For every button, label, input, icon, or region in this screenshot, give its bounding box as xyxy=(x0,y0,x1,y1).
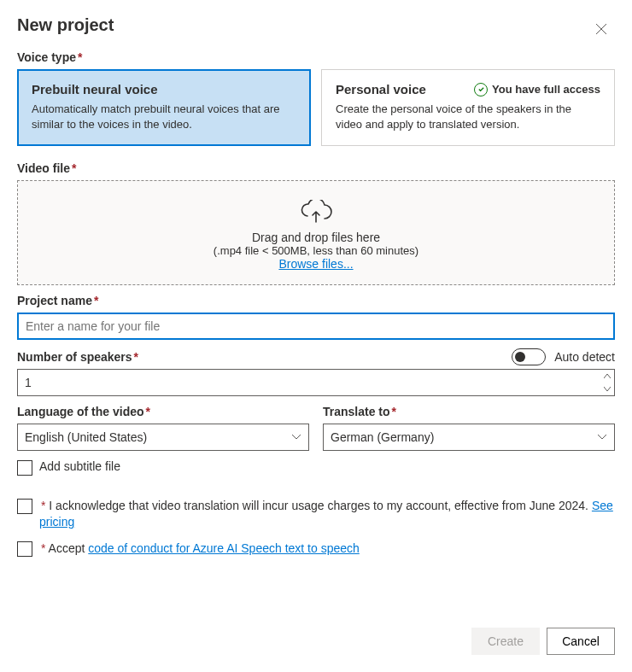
spinner-up[interactable] xyxy=(600,370,614,383)
video-dropzone[interactable]: Drag and drop files here (.mp4 file < 50… xyxy=(17,180,615,285)
required-asterisk: * xyxy=(72,161,76,175)
cancel-button[interactable]: Cancel xyxy=(547,628,615,655)
target-language-value: German (Germany) xyxy=(331,430,434,444)
create-button[interactable]: Create xyxy=(471,628,540,655)
chevron-down-icon xyxy=(604,387,611,391)
voice-option-prebuilt-desc: Automatically match prebuilt neural voic… xyxy=(32,102,296,131)
subtitle-checkbox-row: Add subtitle file xyxy=(17,459,615,476)
upload-cloud-icon xyxy=(26,200,606,225)
ack-charges-checkbox[interactable] xyxy=(17,499,32,514)
check-circle-icon xyxy=(474,83,488,96)
dropzone-hint: Drag and drop files here xyxy=(26,231,606,244)
project-name-input[interactable] xyxy=(17,313,615,340)
speakers-spinner[interactable]: 1 xyxy=(17,369,615,396)
required-asterisk: * xyxy=(146,405,150,418)
dialog-title: New project xyxy=(17,15,114,35)
dropzone-sub: (.mp4 file < 500MB, less than 60 minutes… xyxy=(26,244,606,257)
voice-option-personal-desc: Create the personal voice of the speaker… xyxy=(336,102,600,131)
ack-coc-checkbox[interactable] xyxy=(17,541,32,557)
source-language-select[interactable]: English (United States) xyxy=(17,424,309,451)
chevron-down-icon xyxy=(597,434,607,441)
toggle-knob xyxy=(515,352,525,362)
browse-files-link[interactable]: Browse files... xyxy=(278,257,353,271)
ack-charges-text: I acknowledge that video translation wil… xyxy=(49,499,592,512)
spinner-down[interactable] xyxy=(600,383,614,395)
coc-link[interactable]: code of conduct for Azure AI Speech text… xyxy=(88,541,360,555)
full-access-badge: You have full access xyxy=(474,83,600,96)
ack-charges-row: * I acknowledge that video translation w… xyxy=(17,498,615,530)
ack-coc-row: * Accept code of conduct for Azure AI Sp… xyxy=(17,541,615,557)
source-language-value: English (United States) xyxy=(25,430,147,444)
chevron-down-icon xyxy=(291,434,301,441)
close-icon xyxy=(595,23,607,35)
subtitle-label: Add subtitle file xyxy=(39,459,120,473)
required-asterisk: * xyxy=(94,294,98,307)
required-asterisk: * xyxy=(41,499,45,512)
chevron-up-icon xyxy=(604,374,611,378)
auto-detect-toggle[interactable] xyxy=(512,348,546,365)
speakers-label: Number of speakers* xyxy=(17,350,138,364)
voice-option-prebuilt-title: Prebuilt neural voice xyxy=(32,82,296,96)
project-name-label: Project name* xyxy=(17,294,615,307)
required-asterisk: * xyxy=(392,405,396,418)
required-asterisk: * xyxy=(134,350,138,364)
voice-type-label: Voice type* xyxy=(17,50,615,64)
speakers-value: 1 xyxy=(18,376,599,389)
auto-detect-label: Auto detect xyxy=(554,350,615,364)
close-button[interactable] xyxy=(588,15,615,43)
video-file-label: Video file* xyxy=(17,161,615,175)
target-language-select[interactable]: German (Germany) xyxy=(323,424,615,451)
subtitle-checkbox[interactable] xyxy=(17,460,32,476)
ack-coc-text: Accept xyxy=(49,541,89,555)
voice-option-prebuilt[interactable]: Prebuilt neural voice Automatically matc… xyxy=(17,69,311,146)
target-language-label: Translate to* xyxy=(323,405,615,418)
required-asterisk: * xyxy=(78,50,82,64)
voice-option-personal-title: Personal voice xyxy=(336,82,426,96)
required-asterisk: * xyxy=(41,541,45,555)
source-language-label: Language of the video* xyxy=(17,405,309,418)
voice-option-personal[interactable]: Personal voice You have full access Crea… xyxy=(321,69,615,146)
